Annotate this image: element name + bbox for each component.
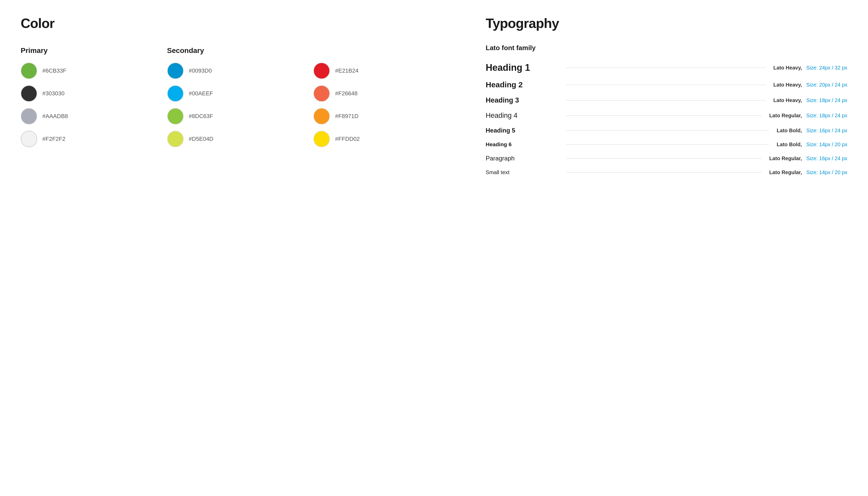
typo-spec-small: Lato Regular, Size: 14px / 20 px bbox=[769, 169, 847, 175]
color-hex-303030: #303030 bbox=[42, 90, 65, 97]
typo-divider bbox=[566, 144, 769, 145]
color-swatch-AAADB8 bbox=[21, 108, 37, 125]
spec-size: Size: 14px / 20 px bbox=[806, 169, 847, 175]
color-swatch-00AEEF bbox=[167, 85, 184, 102]
color-item: #F26648 bbox=[313, 85, 460, 102]
color-item: #0093D0 bbox=[167, 63, 314, 79]
typo-spec-h6: Lato Bold, Size: 14px / 20 px bbox=[777, 142, 847, 148]
main-layout: Color Primary #6CB33F #303030 #AAADB8 bbox=[21, 16, 847, 183]
color-swatch-F2F2F2 bbox=[21, 131, 37, 147]
spec-weight: Lato Regular, bbox=[769, 113, 802, 118]
color-swatch-8DC63F bbox=[167, 108, 184, 125]
typo-divider bbox=[566, 158, 762, 159]
color-swatch-303030 bbox=[21, 85, 37, 102]
color-swatch-F8971D bbox=[313, 108, 330, 125]
color-swatch-F26648 bbox=[313, 85, 330, 102]
tertiary-color-group: #E21B24 #F26648 #F8971D #FFDD02 bbox=[313, 46, 460, 153]
color-item: #F2F2F2 bbox=[21, 131, 167, 147]
spec-weight: Lato Heavy, bbox=[773, 65, 802, 71]
color-title: Color bbox=[21, 16, 460, 31]
typo-divider bbox=[566, 172, 762, 173]
spec-size: Size: 24px / 32 px bbox=[806, 65, 847, 71]
spec-weight: Lato Bold, bbox=[777, 128, 802, 133]
color-item: #FFDD02 bbox=[313, 131, 460, 147]
secondary-color-group: Secondary #0093D0 #00AEEF #8DC63F #D5E04… bbox=[167, 46, 314, 153]
typo-spec-h2: Lato Heavy, Size: 20px / 24 px bbox=[773, 82, 847, 88]
typo-spec-h4: Lato Regular, Size: 18px / 24 px bbox=[769, 113, 847, 119]
color-hex-D5E04D: #D5E04D bbox=[189, 136, 213, 142]
spec-size: Size: 18px / 24 px bbox=[806, 113, 847, 118]
color-swatch-0093D0 bbox=[167, 63, 184, 79]
color-item: #AAADB8 bbox=[21, 108, 167, 125]
spec-weight: Lato Bold, bbox=[777, 142, 802, 147]
heading-6-label: Heading 6 bbox=[486, 141, 558, 148]
font-family-label: Lato font family bbox=[486, 44, 847, 52]
typo-row-h1: Heading 1 Lato Heavy, Size: 24px / 32 px bbox=[486, 62, 847, 73]
color-hex-0093D0: #0093D0 bbox=[189, 67, 212, 74]
color-swatch-FFDD02 bbox=[313, 131, 330, 147]
color-hex-E21B24: #E21B24 bbox=[335, 67, 359, 74]
color-item: #D5E04D bbox=[167, 131, 314, 147]
color-hex-AAADB8: #AAADB8 bbox=[42, 113, 68, 120]
spec-weight: Lato Heavy, bbox=[773, 97, 802, 103]
typo-spec-h3: Lato Heavy, Size: 18px / 24 px bbox=[773, 97, 847, 103]
color-hex-F8971D: #F8971D bbox=[335, 113, 359, 120]
color-hex-8DC63F: #8DC63F bbox=[189, 113, 213, 120]
spec-size: Size: 18px / 24 px bbox=[806, 97, 847, 103]
typo-row-h5: Heading 5 Lato Bold, Size: 16px / 24 px bbox=[486, 127, 847, 134]
secondary-label: Secondary bbox=[167, 46, 314, 55]
typo-row-h6: Heading 6 Lato Bold, Size: 14px / 20 px bbox=[486, 141, 847, 148]
color-item: #00AEEF bbox=[167, 85, 314, 102]
typography-section: Typography Lato font family Heading 1 La… bbox=[475, 16, 847, 183]
color-item: #E21B24 bbox=[313, 63, 460, 79]
typo-spec-paragraph: Lato Regular, Size: 16px / 24 px bbox=[769, 156, 847, 161]
typo-spec-h1: Lato Heavy, Size: 24px / 32 px bbox=[773, 65, 847, 71]
color-item: #6CB33F bbox=[21, 63, 167, 79]
tertiary-label bbox=[313, 46, 460, 55]
color-swatch-D5E04D bbox=[167, 131, 184, 147]
heading-5-label: Heading 5 bbox=[486, 127, 558, 134]
color-section: Color Primary #6CB33F #303030 #AAADB8 bbox=[21, 16, 475, 183]
typo-row-h4: Heading 4 Lato Regular, Size: 18px / 24 … bbox=[486, 112, 847, 120]
color-hex-00AEEF: #00AEEF bbox=[189, 90, 213, 97]
typo-row-h2: Heading 2 Lato Heavy, Size: 20px / 24 px bbox=[486, 80, 847, 89]
color-item: #303030 bbox=[21, 85, 167, 102]
typo-row-paragraph: Paragraph Lato Regular, Size: 16px / 24 … bbox=[486, 155, 847, 162]
spec-size: Size: 20px / 24 px bbox=[806, 82, 847, 88]
spec-size: Size: 14px / 20 px bbox=[806, 142, 847, 147]
paragraph-label: Paragraph bbox=[486, 155, 558, 162]
primary-color-group: Primary #6CB33F #303030 #AAADB8 #F2F2F2 bbox=[21, 46, 167, 153]
color-item: #8DC63F bbox=[167, 108, 314, 125]
color-groups: Primary #6CB33F #303030 #AAADB8 #F2F2F2 bbox=[21, 46, 460, 153]
spec-size: Size: 16px / 24 px bbox=[806, 156, 847, 161]
spec-size: Size: 16px / 24 px bbox=[806, 128, 847, 133]
color-hex-6CB33F: #6CB33F bbox=[42, 67, 66, 74]
typo-row-small: Small text Lato Regular, Size: 14px / 20… bbox=[486, 169, 847, 175]
heading-1-label: Heading 1 bbox=[486, 62, 558, 73]
small-text-label: Small text bbox=[486, 169, 558, 175]
color-hex-F26648: #F26648 bbox=[335, 90, 358, 97]
typo-spec-h5: Lato Bold, Size: 16px / 24 px bbox=[777, 128, 847, 134]
heading-2-label: Heading 2 bbox=[486, 80, 558, 89]
heading-3-label: Heading 3 bbox=[486, 96, 558, 104]
typo-divider bbox=[566, 115, 762, 116]
spec-weight: Lato Heavy, bbox=[773, 82, 802, 88]
typo-divider bbox=[566, 100, 766, 100]
typo-row-h3: Heading 3 Lato Heavy, Size: 18px / 24 px bbox=[486, 96, 847, 104]
typo-divider bbox=[566, 130, 769, 131]
typography-title: Typography bbox=[486, 16, 847, 31]
color-swatch-E21B24 bbox=[313, 63, 330, 79]
color-hex-F2F2F2: #F2F2F2 bbox=[42, 136, 65, 142]
color-swatch-6CB33F bbox=[21, 63, 37, 79]
spec-weight: Lato Regular, bbox=[769, 169, 802, 175]
primary-label: Primary bbox=[21, 46, 167, 55]
spec-weight: Lato Regular, bbox=[769, 156, 802, 161]
heading-4-label: Heading 4 bbox=[486, 112, 558, 120]
color-item: #F8971D bbox=[313, 108, 460, 125]
color-hex-FFDD02: #FFDD02 bbox=[335, 136, 360, 142]
